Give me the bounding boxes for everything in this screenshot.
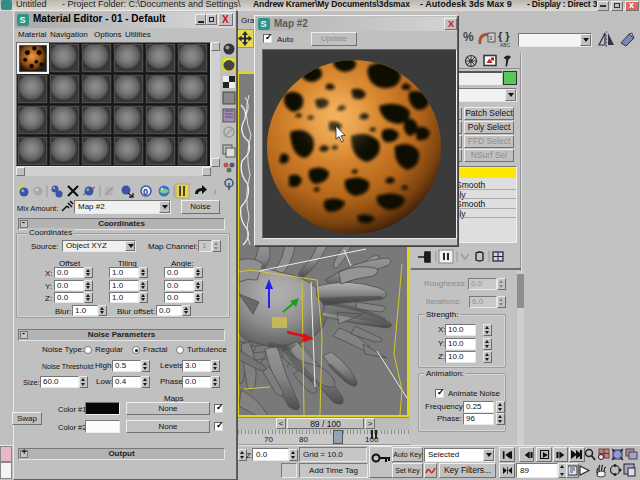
svg-text:0: 0	[143, 187, 148, 197]
